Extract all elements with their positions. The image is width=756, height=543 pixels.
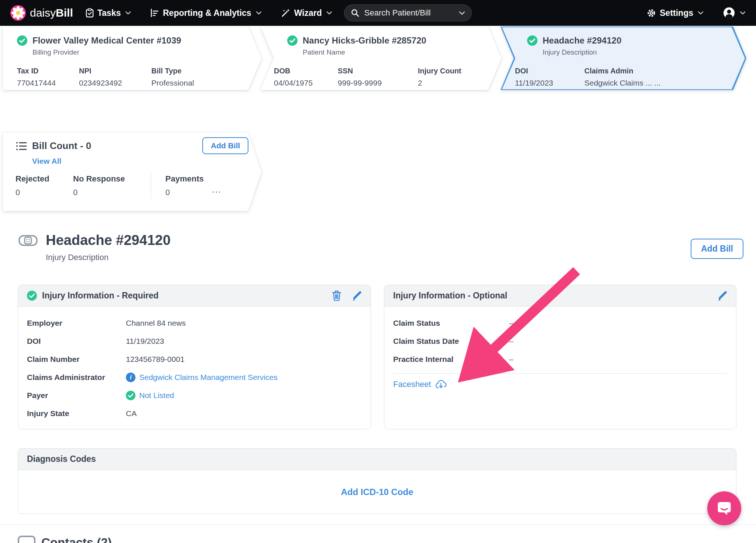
search-icon — [351, 8, 360, 17]
nav-account[interactable] — [723, 7, 746, 19]
check-circle-icon — [287, 35, 298, 46]
delete-button[interactable] — [332, 290, 341, 301]
check-circle-icon — [17, 35, 27, 46]
row-claim-status-date: Claim Status Date – — [384, 332, 736, 350]
injury-optional-header: Injury Information - Optional — [384, 285, 736, 307]
report-chart-icon — [150, 8, 159, 17]
stat-no-response: No Response 0 — [73, 174, 125, 197]
card-title: Injury Information - Required — [42, 291, 159, 301]
stat-payments: Payments 0 — [165, 174, 204, 197]
breadcrumb-injury-selected[interactable]: Headache #294120 Injury Description DOI … — [501, 27, 746, 90]
nav-reporting-analytics[interactable]: Reporting & Analytics — [150, 8, 261, 18]
row-practice-internal: Practice Internal – — [384, 350, 736, 368]
daisy-logo-icon — [10, 5, 26, 21]
row-payer: Payer Not Listed — [18, 386, 371, 404]
chevron-down-icon — [125, 11, 131, 15]
pencil-icon — [352, 291, 362, 301]
edit-button[interactable] — [352, 291, 362, 301]
row-claims-administrator: Claims Administrator i Sedgwick Claims M… — [18, 368, 371, 386]
field-doi: DOI 11/19/2023 — [515, 67, 584, 87]
chevron-down-icon — [256, 11, 262, 15]
provider-title: Flower Valley Medical Center #1039 — [32, 35, 181, 46]
row-injury-state: Injury State CA — [18, 404, 371, 422]
edit-button[interactable] — [717, 291, 727, 301]
card-title: Injury Information - Optional — [393, 291, 507, 301]
top-nav: daisyBill Tasks Reporting & Analytics — [0, 0, 756, 26]
stat-rejected: Rejected 0 — [16, 174, 49, 197]
search-label: Search Patient/Bill — [364, 8, 454, 18]
facesheet-link[interactable]: Facesheet — [393, 379, 447, 389]
row-employer: Employer Channel 84 news — [18, 314, 371, 332]
chat-icon — [715, 499, 733, 517]
user-icon — [723, 7, 735, 19]
stats-more[interactable]: ... — [212, 184, 221, 195]
check-circle-icon — [126, 391, 135, 400]
injury-optional-card: Injury Information - Optional Claim Stat… — [384, 285, 736, 429]
diagnosis-header: Diagnosis Codes — [18, 449, 736, 470]
patient-title: Nancy Hicks-Gribble #285720 — [303, 35, 426, 46]
brand[interactable]: daisyBill — [10, 5, 73, 21]
chevron-down-icon — [698, 11, 704, 15]
wand-icon — [281, 8, 291, 18]
field-tax-id: Tax ID 770417444 — [17, 67, 79, 87]
row-claim-status: Claim Status – — [384, 314, 736, 332]
list-icon — [16, 141, 27, 151]
chevron-down-icon[interactable] — [459, 11, 465, 15]
patient-subtitle: Patient Name — [303, 48, 478, 56]
trash-icon — [332, 290, 341, 301]
divider — [393, 373, 727, 374]
chat-launcher[interactable] — [707, 491, 741, 525]
gear-icon — [647, 8, 656, 18]
field-claims-admin: Claims Admin Sedgwick Claims ... ... — [584, 67, 661, 87]
field-dob: DOB 04/04/1975 — [274, 67, 338, 87]
bandaid-icon — [18, 235, 38, 246]
breadcrumb-billing-provider[interactable]: Flower Valley Medical Center #1039 Billi… — [3, 27, 261, 90]
search-patient-bill[interactable]: Search Patient/Bill — [344, 4, 472, 21]
breadcrumb-patient[interactable]: Nancy Hicks-Gribble #285720 Patient Name… — [261, 27, 501, 90]
contacts-icon — [18, 536, 35, 543]
brand-name: daisyBill — [30, 7, 73, 19]
daisybill-app: daisyBill Tasks Reporting & Analytics — [0, 0, 756, 543]
field-npi: NPI 0234923492 — [79, 67, 151, 87]
nav-tasks[interactable]: Tasks — [86, 8, 131, 18]
injury-required-card: Injury Information - Required — [18, 285, 371, 429]
diagnosis-codes-card: Diagnosis Codes Add ICD-10 Code — [18, 448, 736, 514]
provider-subtitle: Billing Provider — [32, 48, 238, 56]
check-circle-icon — [527, 35, 537, 46]
check-circle-icon — [27, 291, 37, 301]
injury-title: Headache #294120 — [543, 35, 622, 46]
section-divider — [0, 525, 756, 525]
bill-count-title: Bill Count - 0 — [32, 140, 91, 152]
row-doi: DOI 11/19/2023 — [18, 332, 371, 350]
chevron-down-icon — [740, 11, 746, 15]
field-bill-type: Bill Type Professional — [151, 67, 194, 87]
facesheet-row: Facesheet — [384, 375, 736, 393]
contacts-section: Contacts (2) — [18, 536, 112, 543]
row-claim-number: Claim Number 123456789-0001 — [18, 350, 371, 368]
injury-subtitle: Injury Description — [543, 48, 723, 56]
injury-header: Headache #294120 Injury Description — [18, 232, 171, 262]
chevron-down-icon — [326, 11, 332, 15]
add-icd10-link[interactable]: Add ICD-10 Code — [341, 487, 413, 497]
field-injury-count: Injury Count 2 — [418, 67, 461, 87]
add-bill-button[interactable]: Add Bill — [202, 137, 248, 154]
claims-admin-link[interactable]: Sedgwick Claims Management Services — [139, 373, 278, 382]
info-icon[interactable]: i — [126, 373, 135, 382]
page-title: Headache #294120 — [46, 232, 171, 248]
contacts-title: Contacts (2) — [41, 536, 112, 543]
injury-required-header: Injury Information - Required — [18, 285, 371, 307]
stats-divider — [151, 173, 151, 199]
add-bill-button[interactable]: Add Bill — [691, 239, 743, 259]
clipboard-icon — [86, 8, 94, 18]
view-all-link[interactable]: View All — [32, 157, 228, 166]
cloud-download-icon — [435, 379, 447, 389]
field-ssn: SSN 999-99-9999 — [338, 67, 418, 87]
bill-count-card: Bill Count - 0 View All Add Bill Rejecte… — [3, 133, 261, 211]
pencil-icon — [717, 291, 727, 301]
page-subtitle: Injury Description — [46, 253, 171, 262]
nav-wizard[interactable]: Wizard — [281, 8, 332, 18]
card-title: Diagnosis Codes — [27, 454, 96, 464]
nav-settings[interactable]: Settings — [647, 8, 704, 18]
payer-link[interactable]: Not Listed — [139, 391, 174, 400]
